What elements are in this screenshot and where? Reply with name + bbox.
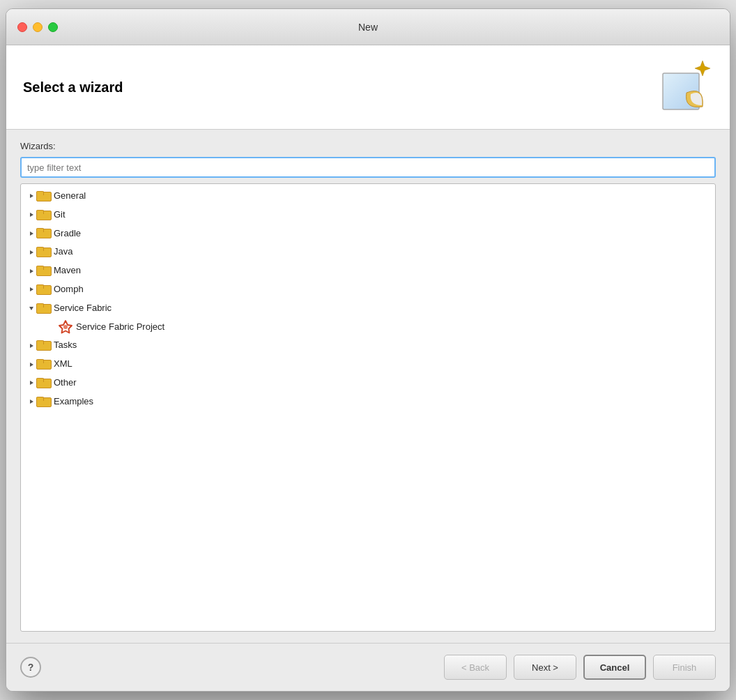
tree-arrow-git bbox=[26, 210, 36, 220]
tree-item-label-tasks: Tasks bbox=[54, 338, 77, 353]
tree-item-label-maven: Maven bbox=[54, 264, 81, 278]
tree-item-oomph[interactable]: Oomph bbox=[21, 280, 715, 299]
folder-icon-tasks bbox=[36, 340, 50, 351]
svg-marker-6 bbox=[30, 269, 33, 273]
window-title: New bbox=[358, 22, 378, 33]
tree-arrow-xml bbox=[26, 360, 36, 370]
tree-arrow-maven bbox=[26, 266, 36, 276]
tree-item-label-git: Git bbox=[54, 208, 66, 222]
tree-arrow-other bbox=[26, 378, 36, 388]
tree-item-examples[interactable]: Examples bbox=[21, 393, 715, 411]
tree-item-label-general: General bbox=[54, 189, 86, 204]
tree-arrow-sf-project bbox=[49, 322, 59, 332]
help-button[interactable]: ? bbox=[20, 657, 41, 678]
tree-arrow-general bbox=[26, 191, 36, 201]
folder-icon-service-fabric bbox=[36, 303, 50, 314]
dialog-header: Select a wizard bbox=[6, 45, 730, 130]
back-button[interactable]: < Back bbox=[444, 655, 507, 680]
footer-buttons: < Back Next > Cancel Finish bbox=[444, 655, 716, 680]
tree-item-label-xml: XML bbox=[54, 357, 72, 372]
folder-icon-other bbox=[36, 378, 50, 388]
svg-marker-3 bbox=[30, 213, 33, 217]
tree-item-label-sf-project: Service Fabric Project bbox=[76, 320, 164, 335]
tree-arrow-oomph bbox=[26, 284, 36, 294]
titlebar-buttons bbox=[17, 22, 58, 32]
finish-button[interactable]: Finish bbox=[653, 655, 716, 680]
svg-marker-11 bbox=[30, 344, 33, 348]
tree-item-gradle[interactable]: Gradle bbox=[21, 225, 715, 243]
svg-marker-13 bbox=[30, 381, 33, 385]
tree-item-label-java: Java bbox=[54, 245, 72, 259]
folder-icon-examples bbox=[36, 397, 50, 407]
filter-input[interactable] bbox=[20, 157, 716, 178]
dialog-footer: ? < Back Next > Cancel Finish bbox=[6, 643, 730, 691]
tree-arrow-service-fabric bbox=[26, 303, 36, 313]
tree-item-label-other: Other bbox=[54, 376, 77, 390]
tree-item-label-gradle: Gradle bbox=[54, 227, 81, 241]
tree-item-xml[interactable]: XML bbox=[21, 355, 715, 374]
svg-marker-8 bbox=[29, 307, 33, 310]
svg-marker-7 bbox=[30, 287, 33, 291]
svg-marker-5 bbox=[30, 250, 33, 254]
minimize-button[interactable] bbox=[33, 22, 43, 32]
footer-left: ? bbox=[20, 657, 41, 678]
folder-icon-oomph bbox=[36, 284, 50, 295]
tree-item-label-service-fabric: Service Fabric bbox=[54, 301, 112, 316]
titlebar: New bbox=[6, 9, 730, 45]
tree-arrow-examples bbox=[26, 397, 36, 406]
tree-item-tasks[interactable]: Tasks bbox=[21, 336, 715, 355]
folder-icon-xml bbox=[36, 359, 50, 370]
svg-marker-2 bbox=[30, 194, 33, 198]
tree-container[interactable]: General Git Gradle bbox=[20, 183, 716, 632]
tree-item-label-oomph: Oomph bbox=[54, 282, 84, 297]
dialog-body: Wizards: General Git bbox=[6, 130, 730, 643]
wizard-icon bbox=[657, 59, 713, 115]
svg-marker-14 bbox=[30, 400, 33, 404]
maximize-button[interactable] bbox=[48, 22, 58, 32]
tree-item-label-examples: Examples bbox=[54, 395, 93, 409]
tree-item-other[interactable]: Other bbox=[21, 374, 715, 393]
help-icon: ? bbox=[28, 662, 34, 673]
close-button[interactable] bbox=[17, 22, 27, 32]
next-button[interactable]: Next > bbox=[514, 655, 576, 680]
svg-marker-12 bbox=[30, 363, 33, 367]
page-title: Select a wizard bbox=[23, 79, 123, 96]
tree-arrow-tasks bbox=[26, 341, 36, 351]
svg-point-10 bbox=[63, 325, 68, 329]
folder-icon-general bbox=[36, 191, 50, 201]
tree-item-service-fabric[interactable]: Service Fabric bbox=[21, 299, 715, 318]
tree-item-maven[interactable]: Maven bbox=[21, 261, 715, 280]
tree-item-java[interactable]: Java bbox=[21, 243, 715, 261]
folder-icon-maven bbox=[36, 266, 50, 276]
tree-item-general[interactable]: General bbox=[21, 187, 715, 206]
folder-icon-java bbox=[36, 247, 50, 257]
cancel-button[interactable]: Cancel bbox=[583, 655, 646, 680]
folder-icon-git bbox=[36, 210, 50, 220]
tree-arrow-gradle bbox=[26, 229, 36, 238]
tree-item-service-fabric-project[interactable]: Service Fabric Project bbox=[21, 318, 715, 337]
folder-icon-gradle bbox=[36, 228, 50, 238]
svg-marker-4 bbox=[30, 231, 33, 236]
dialog-window: New Select a wizard bbox=[6, 8, 730, 692]
sf-project-icon bbox=[59, 320, 72, 334]
tree-arrow-java bbox=[26, 248, 36, 257]
tree-item-git[interactable]: Git bbox=[21, 206, 715, 225]
wizards-label: Wizards: bbox=[20, 141, 716, 151]
